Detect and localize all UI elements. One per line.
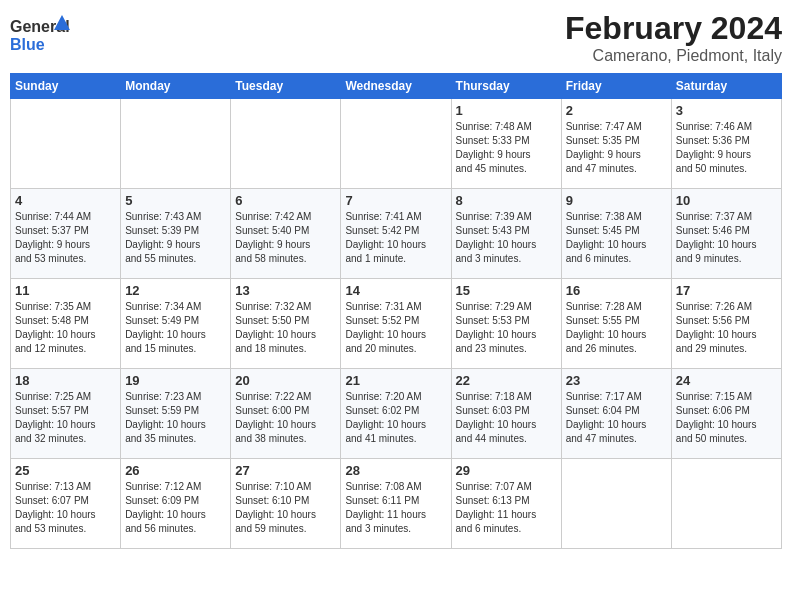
day-info: Sunrise: 7:07 AM Sunset: 6:13 PM Dayligh… — [456, 480, 557, 536]
day-info: Sunrise: 7:12 AM Sunset: 6:09 PM Dayligh… — [125, 480, 226, 536]
day-number: 12 — [125, 283, 226, 298]
day-info: Sunrise: 7:41 AM Sunset: 5:42 PM Dayligh… — [345, 210, 446, 266]
day-info: Sunrise: 7:37 AM Sunset: 5:46 PM Dayligh… — [676, 210, 777, 266]
weekday-header: Sunday — [11, 74, 121, 99]
day-number: 14 — [345, 283, 446, 298]
day-info: Sunrise: 7:28 AM Sunset: 5:55 PM Dayligh… — [566, 300, 667, 356]
day-info: Sunrise: 7:43 AM Sunset: 5:39 PM Dayligh… — [125, 210, 226, 266]
day-info: Sunrise: 7:34 AM Sunset: 5:49 PM Dayligh… — [125, 300, 226, 356]
calendar-cell: 9Sunrise: 7:38 AM Sunset: 5:45 PM Daylig… — [561, 189, 671, 279]
day-number: 16 — [566, 283, 667, 298]
day-number: 6 — [235, 193, 336, 208]
day-number: 25 — [15, 463, 116, 478]
day-number: 2 — [566, 103, 667, 118]
day-number: 17 — [676, 283, 777, 298]
day-number: 11 — [15, 283, 116, 298]
weekday-header: Friday — [561, 74, 671, 99]
day-number: 29 — [456, 463, 557, 478]
calendar-table: SundayMondayTuesdayWednesdayThursdayFrid… — [10, 73, 782, 549]
calendar-cell: 27Sunrise: 7:10 AM Sunset: 6:10 PM Dayli… — [231, 459, 341, 549]
calendar-cell: 11Sunrise: 7:35 AM Sunset: 5:48 PM Dayli… — [11, 279, 121, 369]
location-title: Camerano, Piedmont, Italy — [565, 47, 782, 65]
day-number: 13 — [235, 283, 336, 298]
day-number: 9 — [566, 193, 667, 208]
day-info: Sunrise: 7:20 AM Sunset: 6:02 PM Dayligh… — [345, 390, 446, 446]
day-info: Sunrise: 7:25 AM Sunset: 5:57 PM Dayligh… — [15, 390, 116, 446]
calendar-cell: 13Sunrise: 7:32 AM Sunset: 5:50 PM Dayli… — [231, 279, 341, 369]
title-area: February 2024 Camerano, Piedmont, Italy — [565, 10, 782, 65]
day-number: 4 — [15, 193, 116, 208]
day-number: 10 — [676, 193, 777, 208]
calendar-cell: 1Sunrise: 7:48 AM Sunset: 5:33 PM Daylig… — [451, 99, 561, 189]
day-number: 24 — [676, 373, 777, 388]
day-info: Sunrise: 7:13 AM Sunset: 6:07 PM Dayligh… — [15, 480, 116, 536]
calendar-cell: 15Sunrise: 7:29 AM Sunset: 5:53 PM Dayli… — [451, 279, 561, 369]
page-header: General Blue February 2024 Camerano, Pie… — [10, 10, 782, 65]
day-info: Sunrise: 7:46 AM Sunset: 5:36 PM Dayligh… — [676, 120, 777, 176]
day-info: Sunrise: 7:18 AM Sunset: 6:03 PM Dayligh… — [456, 390, 557, 446]
calendar-cell: 26Sunrise: 7:12 AM Sunset: 6:09 PM Dayli… — [121, 459, 231, 549]
day-number: 20 — [235, 373, 336, 388]
day-number: 19 — [125, 373, 226, 388]
weekday-header: Wednesday — [341, 74, 451, 99]
calendar-cell: 6Sunrise: 7:42 AM Sunset: 5:40 PM Daylig… — [231, 189, 341, 279]
month-title: February 2024 — [565, 10, 782, 47]
day-number: 8 — [456, 193, 557, 208]
day-info: Sunrise: 7:23 AM Sunset: 5:59 PM Dayligh… — [125, 390, 226, 446]
calendar-cell: 8Sunrise: 7:39 AM Sunset: 5:43 PM Daylig… — [451, 189, 561, 279]
svg-text:Blue: Blue — [10, 36, 45, 53]
day-number: 15 — [456, 283, 557, 298]
calendar-cell: 10Sunrise: 7:37 AM Sunset: 5:46 PM Dayli… — [671, 189, 781, 279]
calendar-cell: 28Sunrise: 7:08 AM Sunset: 6:11 PM Dayli… — [341, 459, 451, 549]
day-info: Sunrise: 7:08 AM Sunset: 6:11 PM Dayligh… — [345, 480, 446, 536]
day-info: Sunrise: 7:44 AM Sunset: 5:37 PM Dayligh… — [15, 210, 116, 266]
day-info: Sunrise: 7:15 AM Sunset: 6:06 PM Dayligh… — [676, 390, 777, 446]
calendar-cell: 16Sunrise: 7:28 AM Sunset: 5:55 PM Dayli… — [561, 279, 671, 369]
day-number: 23 — [566, 373, 667, 388]
day-number: 28 — [345, 463, 446, 478]
calendar-cell: 18Sunrise: 7:25 AM Sunset: 5:57 PM Dayli… — [11, 369, 121, 459]
calendar-week-row: 25Sunrise: 7:13 AM Sunset: 6:07 PM Dayli… — [11, 459, 782, 549]
calendar-cell: 17Sunrise: 7:26 AM Sunset: 5:56 PM Dayli… — [671, 279, 781, 369]
day-number: 5 — [125, 193, 226, 208]
calendar-cell: 21Sunrise: 7:20 AM Sunset: 6:02 PM Dayli… — [341, 369, 451, 459]
calendar-cell — [121, 99, 231, 189]
day-info: Sunrise: 7:10 AM Sunset: 6:10 PM Dayligh… — [235, 480, 336, 536]
day-info: Sunrise: 7:35 AM Sunset: 5:48 PM Dayligh… — [15, 300, 116, 356]
calendar-cell: 24Sunrise: 7:15 AM Sunset: 6:06 PM Dayli… — [671, 369, 781, 459]
calendar-cell: 3Sunrise: 7:46 AM Sunset: 5:36 PM Daylig… — [671, 99, 781, 189]
day-number: 27 — [235, 463, 336, 478]
calendar-cell — [561, 459, 671, 549]
logo: General Blue — [10, 10, 70, 60]
calendar-week-row: 4Sunrise: 7:44 AM Sunset: 5:37 PM Daylig… — [11, 189, 782, 279]
calendar-cell: 12Sunrise: 7:34 AM Sunset: 5:49 PM Dayli… — [121, 279, 231, 369]
calendar-cell: 23Sunrise: 7:17 AM Sunset: 6:04 PM Dayli… — [561, 369, 671, 459]
day-info: Sunrise: 7:39 AM Sunset: 5:43 PM Dayligh… — [456, 210, 557, 266]
weekday-header: Saturday — [671, 74, 781, 99]
day-info: Sunrise: 7:29 AM Sunset: 5:53 PM Dayligh… — [456, 300, 557, 356]
calendar-cell: 2Sunrise: 7:47 AM Sunset: 5:35 PM Daylig… — [561, 99, 671, 189]
day-info: Sunrise: 7:47 AM Sunset: 5:35 PM Dayligh… — [566, 120, 667, 176]
calendar-cell — [11, 99, 121, 189]
calendar-week-row: 1Sunrise: 7:48 AM Sunset: 5:33 PM Daylig… — [11, 99, 782, 189]
day-info: Sunrise: 7:32 AM Sunset: 5:50 PM Dayligh… — [235, 300, 336, 356]
weekday-header: Tuesday — [231, 74, 341, 99]
day-info: Sunrise: 7:42 AM Sunset: 5:40 PM Dayligh… — [235, 210, 336, 266]
calendar-cell — [671, 459, 781, 549]
calendar-cell — [231, 99, 341, 189]
calendar-cell: 29Sunrise: 7:07 AM Sunset: 6:13 PM Dayli… — [451, 459, 561, 549]
day-info: Sunrise: 7:17 AM Sunset: 6:04 PM Dayligh… — [566, 390, 667, 446]
day-info: Sunrise: 7:22 AM Sunset: 6:00 PM Dayligh… — [235, 390, 336, 446]
day-number: 1 — [456, 103, 557, 118]
calendar-cell — [341, 99, 451, 189]
day-number: 3 — [676, 103, 777, 118]
day-info: Sunrise: 7:26 AM Sunset: 5:56 PM Dayligh… — [676, 300, 777, 356]
day-info: Sunrise: 7:38 AM Sunset: 5:45 PM Dayligh… — [566, 210, 667, 266]
weekday-header: Thursday — [451, 74, 561, 99]
calendar-cell: 14Sunrise: 7:31 AM Sunset: 5:52 PM Dayli… — [341, 279, 451, 369]
day-info: Sunrise: 7:48 AM Sunset: 5:33 PM Dayligh… — [456, 120, 557, 176]
logo-icon: General Blue — [10, 10, 70, 60]
day-number: 18 — [15, 373, 116, 388]
calendar-cell: 22Sunrise: 7:18 AM Sunset: 6:03 PM Dayli… — [451, 369, 561, 459]
header-row: SundayMondayTuesdayWednesdayThursdayFrid… — [11, 74, 782, 99]
